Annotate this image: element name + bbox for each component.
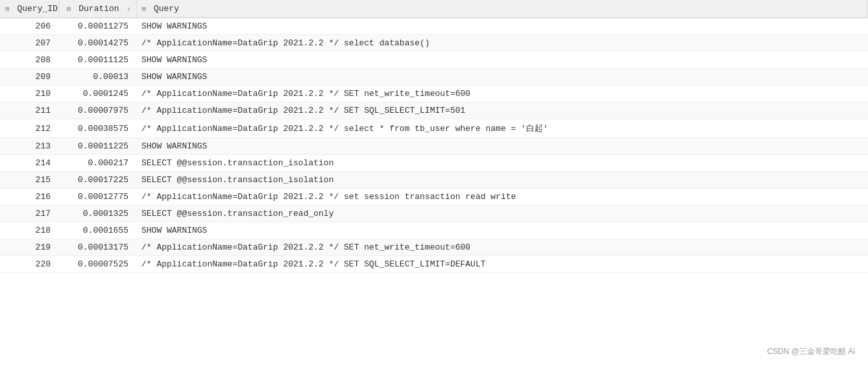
cell-query-id: 209 (0, 69, 58, 86)
cell-query: /* ApplicationName=DataGrip 2021.2.2 */ … (136, 102, 868, 119)
cell-duration: 0.000217 (58, 155, 136, 172)
table-header-row: ⊞ Query_ID ⇕ ⊞ Duration ⇕ ⊞ Query (0, 0, 868, 18)
table-body: 2060.00011275SHOW WARNINGS2070.00014275/… (0, 18, 868, 273)
cell-query: SELECT @@session.transaction_isolation (136, 155, 868, 172)
cell-query-id: 207 (0, 35, 58, 52)
table-row[interactable]: 2190.00013175/* ApplicationName=DataGrip… (0, 239, 868, 256)
table-row[interactable]: 2200.00007525/* ApplicationName=DataGrip… (0, 256, 868, 273)
table-row[interactable]: 2080.00011125SHOW WARNINGS (0, 52, 868, 69)
cell-duration: 0.00011225 (58, 138, 136, 155)
table-row[interactable]: 2120.00038575/* ApplicationName=DataGrip… (0, 119, 868, 138)
cell-duration: 0.00013175 (58, 239, 136, 256)
cell-query-id: 208 (0, 52, 58, 69)
watermark-ai: Ai (848, 347, 855, 356)
watermark: CSDN @三金哥爱吃醋 Ai (767, 346, 855, 357)
cell-duration: 0.00011275 (58, 18, 136, 35)
cell-duration: 0.00007525 (58, 256, 136, 273)
cell-duration: 0.0001655 (58, 222, 136, 239)
table-row[interactable]: 2060.00011275SHOW WARNINGS (0, 18, 868, 35)
cell-query-id: 213 (0, 138, 58, 155)
cell-query: /* ApplicationName=DataGrip 2021.2.2 */ … (136, 256, 868, 273)
col-label-duration: Duration (78, 4, 119, 14)
table-row[interactable]: 2110.00007975/* ApplicationName=DataGrip… (0, 102, 868, 119)
table-row[interactable]: 2160.00012775/* ApplicationName=DataGrip… (0, 189, 868, 206)
query-col-icon: ⊞ (142, 5, 147, 13)
query-id-col-icon: ⊞ (5, 5, 10, 13)
cell-query-id: 214 (0, 155, 58, 172)
cell-query-id: 218 (0, 222, 58, 239)
cell-query-id: 217 (0, 206, 58, 222)
col-label-query-id: Query_ID (17, 4, 57, 14)
cell-query-id: 211 (0, 102, 58, 119)
table-row[interactable]: 2070.00014275/* ApplicationName=DataGrip… (0, 35, 868, 52)
cell-query: /* ApplicationName=DataGrip 2021.2.2 */ … (136, 86, 868, 102)
cell-query: /* ApplicationName=DataGrip 2021.2.2 */ … (136, 35, 868, 52)
cell-duration: 0.00013 (58, 69, 136, 86)
cell-query: SHOW WARNINGS (136, 222, 868, 239)
table-row[interactable]: 2140.000217SELECT @@session.transaction_… (0, 155, 868, 172)
cell-query: /* ApplicationName=DataGrip 2021.2.2 */ … (136, 189, 868, 206)
cell-duration: 0.0001245 (58, 86, 136, 102)
cell-duration: 0.00011125 (58, 52, 136, 69)
cell-duration: 0.00007975 (58, 102, 136, 119)
cell-query-id: 210 (0, 86, 58, 102)
duration-sort-icon[interactable]: ⇕ (127, 5, 130, 13)
table-row[interactable]: 2170.0001325SELECT @@session.transaction… (0, 206, 868, 222)
col-header-query-id[interactable]: ⊞ Query_ID ⇕ (0, 0, 58, 18)
table-row[interactable]: 2180.0001655SHOW WARNINGS (0, 222, 868, 239)
cell-duration: 0.00017225 (58, 172, 136, 189)
cell-duration: 0.0001325 (58, 206, 136, 222)
watermark-text: CSDN @三金哥爱吃醋 (767, 347, 846, 356)
table-row[interactable]: 2090.00013SHOW WARNINGS (0, 69, 868, 86)
cell-duration: 0.00038575 (58, 119, 136, 138)
cell-query-id: 219 (0, 239, 58, 256)
table-row[interactable]: 2150.00017225SELECT @@session.transactio… (0, 172, 868, 189)
table-row[interactable]: 2100.0001245/* ApplicationName=DataGrip … (0, 86, 868, 102)
cell-query: SHOW WARNINGS (136, 52, 868, 69)
cell-query: /* ApplicationName=DataGrip 2021.2.2 */ … (136, 119, 868, 138)
cell-query-id: 212 (0, 119, 58, 138)
query-history-table: ⊞ Query_ID ⇕ ⊞ Duration ⇕ ⊞ Query 2060.0… (0, 0, 868, 365)
cell-query: SHOW WARNINGS (136, 18, 868, 35)
table-row[interactable]: 2130.00011225SHOW WARNINGS (0, 138, 868, 155)
cell-query: SELECT @@session.transaction_isolation (136, 172, 868, 189)
cell-query-id: 206 (0, 18, 58, 35)
cell-query-id: 220 (0, 256, 58, 273)
col-header-duration[interactable]: ⊞ Duration ⇕ (58, 0, 136, 18)
cell-duration: 0.00014275 (58, 35, 136, 52)
col-header-query[interactable]: ⊞ Query (136, 0, 868, 18)
cell-query: SHOW WARNINGS (136, 138, 868, 155)
cell-query: /* ApplicationName=DataGrip 2021.2.2 */ … (136, 239, 868, 256)
cell-duration: 0.00012775 (58, 189, 136, 206)
cell-query-id: 215 (0, 172, 58, 189)
col-label-query: Query (154, 4, 179, 14)
cell-query-id: 216 (0, 189, 58, 206)
cell-query: SELECT @@session.transaction_read_only (136, 206, 868, 222)
duration-col-icon: ⊞ (67, 5, 71, 13)
cell-query: SHOW WARNINGS (136, 69, 868, 86)
